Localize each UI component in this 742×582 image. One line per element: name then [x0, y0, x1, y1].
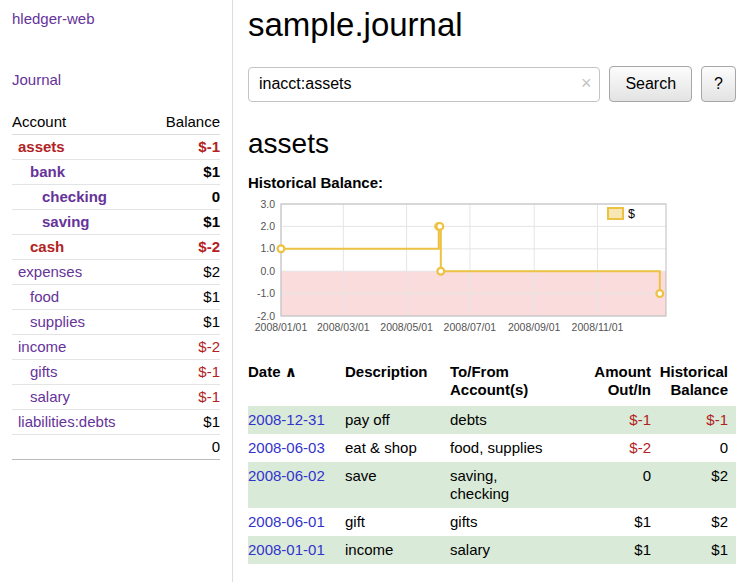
search-input[interactable] [248, 67, 600, 102]
account-row: food$1 [12, 285, 220, 310]
account-link[interactable]: assets [18, 138, 65, 155]
account-link[interactable]: food [30, 288, 59, 305]
historical-balance-chart[interactable]: 3.02.01.00.0-1.0-2.02008/01/012008/03/01… [248, 199, 736, 337]
sidebar: hledger-web Journal Account Balance asse… [0, 0, 233, 582]
transaction-amount: $-2 [583, 434, 659, 462]
svg-text:3.0: 3.0 [260, 198, 275, 210]
account-balance: $-1 [149, 135, 220, 160]
help-button[interactable]: ? [701, 66, 736, 102]
transaction-balance: 0 [659, 434, 736, 462]
transaction-accounts: salary [450, 536, 583, 564]
account-balance: $1 [149, 310, 220, 335]
account-balance: $-1 [149, 360, 220, 385]
transaction-row: 2008-06-03eat & shopfood, supplies$-20 [248, 434, 736, 462]
transaction-row: 2008-12-31pay offdebts$-1$-1 [248, 406, 736, 434]
svg-text:2008/07/01: 2008/07/01 [444, 321, 497, 333]
accounts-table: Account Balance assets$-1bank$1checking0… [12, 110, 220, 460]
account-balance: 0 [149, 185, 220, 210]
account-balance: $-2 [149, 335, 220, 360]
col-date-sort[interactable]: Date ∧ [248, 361, 345, 406]
transaction-description: save [345, 462, 450, 508]
account-row: supplies$1 [12, 310, 220, 335]
account-link[interactable]: cash [30, 238, 64, 255]
transaction-description: income [345, 536, 450, 564]
transaction-balance: $-1 [659, 406, 736, 434]
svg-text:-1.0: -1.0 [257, 287, 275, 299]
app-title-link[interactable]: hledger-web [12, 10, 95, 27]
chart-canvas: 3.02.01.00.0-1.0-2.02008/01/012008/03/01… [248, 199, 672, 337]
account-balance: $-2 [149, 235, 220, 260]
transaction-amount: 0 [583, 462, 659, 508]
col-date-label: Date [248, 363, 281, 380]
register-header-row: Date ∧ Description To/From Account(s) Am… [248, 361, 736, 406]
svg-text:2008/03/01: 2008/03/01 [317, 321, 370, 333]
account-link[interactable]: checking [42, 188, 107, 205]
main-content: sample.journal × Search ? assets Histori… [233, 0, 742, 582]
chart-title: Historical Balance: [248, 174, 736, 191]
transaction-balance: $2 [659, 462, 736, 508]
transaction-amount: $1 [583, 536, 659, 564]
transaction-accounts: debts [450, 406, 583, 434]
page-title: sample.journal [248, 6, 736, 44]
account-balance: $1 [149, 160, 220, 185]
account-balance: $1 [149, 285, 220, 310]
search-button[interactable]: Search [609, 66, 692, 102]
svg-text:2008/05/01: 2008/05/01 [380, 321, 433, 333]
transaction-description: eat & shop [345, 434, 450, 462]
legend-swatch [608, 208, 623, 219]
account-link[interactable]: salary [30, 388, 70, 405]
svg-text:-2.0: -2.0 [257, 310, 275, 322]
col-historical-balance: Historical Balance [659, 361, 736, 406]
account-link[interactable]: bank [30, 163, 65, 180]
transaction-date-link[interactable]: 2008-06-01 [248, 513, 325, 530]
account-link[interactable]: liabilities:debts [18, 413, 116, 430]
transaction-date-link[interactable]: 2008-01-01 [248, 541, 325, 558]
legend-label: $ [628, 207, 635, 221]
svg-text:2008/09/01: 2008/09/01 [508, 321, 561, 333]
sidebar-item-journal[interactable]: Journal [12, 71, 220, 88]
svg-text:2008/11/01: 2008/11/01 [572, 321, 624, 333]
transaction-date-link[interactable]: 2008-06-03 [248, 439, 325, 456]
account-row: saving$1 [12, 210, 220, 235]
account-link[interactable]: expenses [18, 263, 82, 280]
transaction-row: 2008-06-01giftgifts$1$2 [248, 508, 736, 536]
svg-text:2008/01/01: 2008/01/01 [255, 321, 308, 333]
col-description: Description [345, 361, 450, 406]
account-row: gifts$-1 [12, 360, 220, 385]
account-row: salary$-1 [12, 385, 220, 410]
transaction-date-link[interactable]: 2008-06-02 [248, 467, 325, 484]
account-balance: $-1 [149, 385, 220, 410]
account-row: liabilities:debts$1 [12, 410, 220, 435]
col-amount: Amount Out/In [583, 361, 659, 406]
account-link[interactable]: gifts [30, 363, 58, 380]
register-table: Date ∧ Description To/From Account(s) Am… [248, 361, 736, 564]
account-link[interactable]: supplies [30, 313, 85, 330]
accounts-total-balance: 0 [149, 435, 220, 460]
account-link[interactable]: income [18, 338, 66, 355]
account-row: expenses$2 [12, 260, 220, 285]
account-balance: $1 [149, 210, 220, 235]
search-box: × [248, 67, 600, 102]
transaction-description: gift [345, 508, 450, 536]
accounts-total-row: 0 [12, 435, 220, 460]
accounts-header-row: Account Balance [12, 110, 220, 135]
svg-text:2.0: 2.0 [260, 220, 275, 232]
transaction-balance: $1 [659, 536, 736, 564]
account-row: income$-2 [12, 335, 220, 360]
clear-search-icon[interactable]: × [581, 74, 592, 92]
transaction-row: 2008-06-02savesaving, checking0$2 [248, 462, 736, 508]
sort-asc-icon: ∧ [285, 363, 297, 380]
app-title: hledger-web [12, 10, 220, 27]
transaction-date-link[interactable]: 2008-12-31 [248, 411, 325, 428]
account-row: bank$1 [12, 160, 220, 185]
account-heading: assets [248, 128, 736, 160]
search-form: × Search ? [248, 66, 736, 102]
transaction-accounts: food, supplies [450, 434, 583, 462]
account-balance: $1 [149, 410, 220, 435]
transaction-row: 2008-01-01incomesalary$1$1 [248, 536, 736, 564]
account-row: checking0 [12, 185, 220, 210]
transaction-amount: $1 [583, 508, 659, 536]
account-link[interactable]: saving [42, 213, 90, 230]
transaction-description: pay off [345, 406, 450, 434]
col-accounts: To/From Account(s) [450, 361, 583, 406]
